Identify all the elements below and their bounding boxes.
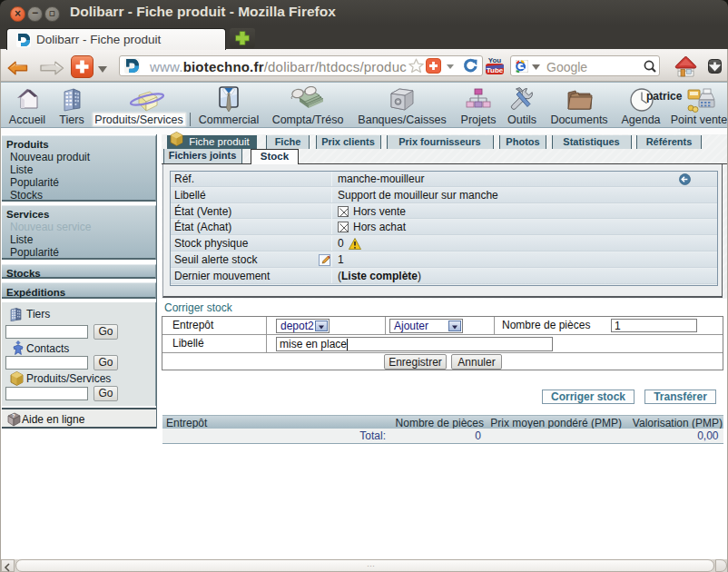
svg-text:You: You bbox=[488, 56, 502, 64]
svg-text:Tube: Tube bbox=[487, 66, 504, 74]
